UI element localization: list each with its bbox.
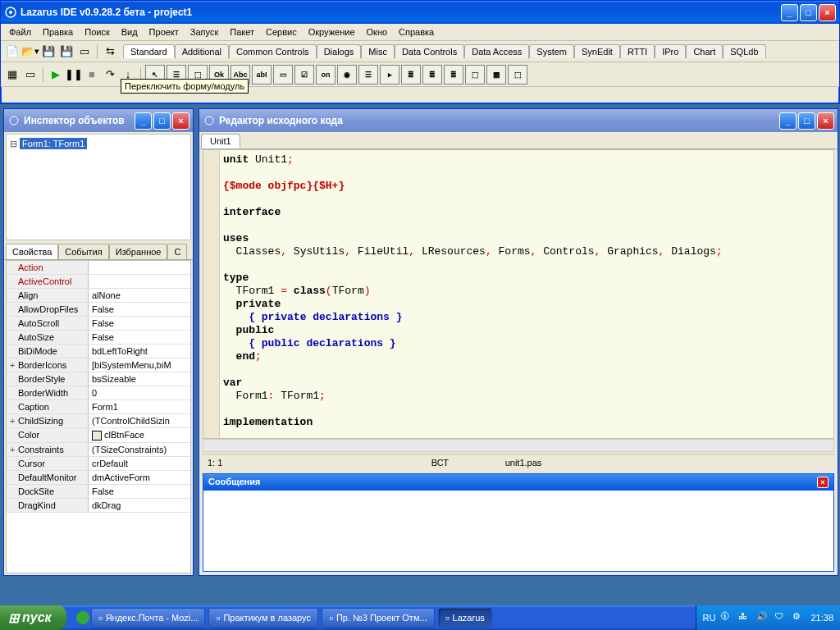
- stop-icon[interactable]: ■: [84, 66, 100, 83]
- component-14[interactable]: ≣: [444, 65, 463, 84]
- component-12[interactable]: ≣: [401, 65, 421, 84]
- network-icon[interactable]: 🖧: [738, 611, 751, 624]
- maximize-button[interactable]: □: [800, 4, 817, 21]
- step-over-icon[interactable]: ↷: [102, 66, 118, 83]
- units-icon[interactable]: ▦: [4, 66, 21, 83]
- menu-Вид[interactable]: Вид: [116, 25, 143, 39]
- file-tab-unit1[interactable]: Unit1: [201, 134, 240, 148]
- component-6[interactable]: ▭: [273, 65, 293, 84]
- palette-tab-SynEdit[interactable]: SynEdit: [574, 44, 620, 58]
- menu-Сервис[interactable]: Сервис: [261, 25, 302, 39]
- menu-Пакет[interactable]: Пакет: [225, 25, 259, 39]
- menu-Окно[interactable]: Окно: [362, 25, 393, 39]
- property-row[interactable]: +ChildSizing(TControlChildSizin: [7, 414, 190, 428]
- property-row[interactable]: Action: [7, 261, 190, 275]
- menu-Справка[interactable]: Справка: [394, 25, 439, 39]
- component-11[interactable]: ▸: [380, 65, 399, 84]
- component-17[interactable]: ⬚: [508, 65, 527, 84]
- property-row[interactable]: CursorcrDefault: [7, 457, 190, 471]
- property-row[interactable]: CaptionForm1: [7, 400, 190, 414]
- component-9[interactable]: ◉: [337, 65, 357, 84]
- palette-tab-Common Controls[interactable]: Common Controls: [229, 44, 317, 58]
- forms-icon[interactable]: ▭: [22, 66, 39, 83]
- menu-Проект[interactable]: Проект: [144, 25, 184, 39]
- volume-icon[interactable]: 🔊: [756, 611, 769, 624]
- close-button[interactable]: ×: [817, 112, 834, 130]
- palette-tab-Chart[interactable]: Chart: [686, 44, 723, 58]
- palette-tab-Standard[interactable]: Standard: [123, 44, 175, 58]
- taskbar-item[interactable]: ▫Практикум в лазарус: [208, 608, 318, 628]
- menu-Запуск[interactable]: Запуск: [185, 25, 223, 39]
- toggle-form-unit-icon[interactable]: ⇆: [102, 43, 118, 60]
- maximize-button[interactable]: □: [153, 112, 171, 130]
- property-row[interactable]: DragKinddkDrag: [7, 499, 190, 513]
- utorrent-icon[interactable]: [76, 611, 89, 624]
- code-editor[interactable]: unit Unit1; {$mode objfpc}{$H+} interfac…: [203, 149, 834, 439]
- property-row[interactable]: DefaultMonitordmActiveForm: [7, 471, 190, 485]
- prop-tab-С[interactable]: С: [167, 244, 187, 259]
- palette-tab-Additional[interactable]: Additional: [175, 44, 229, 58]
- property-row[interactable]: AutoSizeFalse: [7, 331, 190, 345]
- prop-tab-Избранное[interactable]: Избранное: [109, 244, 168, 259]
- palette-tab-Misc[interactable]: Misc: [361, 44, 395, 58]
- menu-Поиск[interactable]: Поиск: [80, 25, 114, 39]
- property-row[interactable]: ActiveControl: [7, 275, 190, 289]
- component-7[interactable]: ☑: [294, 65, 314, 84]
- component-10[interactable]: ☰: [358, 65, 378, 84]
- palette-tab-SQLdb[interactable]: SQLdb: [723, 44, 765, 58]
- menu-Окружение[interactable]: Окружение: [304, 25, 360, 39]
- close-button[interactable]: ×: [172, 112, 189, 130]
- prop-tab-Свойства[interactable]: Свойства: [6, 244, 58, 259]
- property-row[interactable]: BorderWidth0: [7, 386, 190, 400]
- property-row[interactable]: +Constraints(TSizeConstraints): [7, 443, 190, 457]
- taskbar-item[interactable]: ▫Lazarus: [438, 608, 492, 628]
- component-tree[interactable]: ⊟ Form1: TForm1: [6, 134, 191, 240]
- run-icon[interactable]: ▶: [48, 66, 64, 83]
- inspector-titlebar[interactable]: Инспектор объектов _ □ ×: [4, 109, 193, 132]
- language-indicator[interactable]: RU: [703, 613, 716, 623]
- minimize-button[interactable]: _: [779, 112, 797, 130]
- property-row[interactable]: +BorderIcons[biSystemMenu,biM: [7, 358, 190, 372]
- property-row[interactable]: AutoScrollFalse: [7, 317, 190, 331]
- save-icon[interactable]: 💾: [40, 43, 57, 60]
- property-row[interactable]: BiDiModebdLeftToRight: [7, 345, 190, 358]
- ide-titlebar[interactable]: Lazarus IDE v0.9.28.2 бета - project1 _ …: [1, 1, 839, 24]
- palette-tab-Data Controls[interactable]: Data Controls: [395, 44, 464, 58]
- shield-icon[interactable]: 🛡: [774, 611, 788, 624]
- open-icon[interactable]: 📂▾: [22, 43, 39, 60]
- tree-selected-item[interactable]: Form1: TForm1: [20, 138, 87, 149]
- messages-body[interactable]: [203, 491, 833, 571]
- palette-tab-Dialogs[interactable]: Dialogs: [317, 44, 362, 58]
- minimize-button[interactable]: _: [781, 4, 798, 21]
- palette-tab-RTTI[interactable]: RTTI: [620, 44, 655, 58]
- component-16[interactable]: ▦: [486, 65, 506, 84]
- new-form-icon[interactable]: ▭: [76, 43, 93, 60]
- editor-titlebar[interactable]: Редактор исходного кода _ □ ×: [199, 109, 838, 132]
- property-row[interactable]: BorderStylebsSizeable: [7, 372, 190, 386]
- clock[interactable]: 21:38: [810, 613, 833, 623]
- menu-Правка[interactable]: Правка: [38, 25, 78, 39]
- palette-tab-IPro[interactable]: IPro: [655, 44, 686, 58]
- prop-tab-События[interactable]: События: [58, 244, 108, 259]
- component-8[interactable]: on: [316, 65, 336, 84]
- taskbar-item[interactable]: ▫Пр. №3 Проект Отм...: [322, 608, 435, 628]
- maximize-button[interactable]: □: [798, 112, 815, 130]
- save-all-icon[interactable]: 💾: [58, 43, 75, 60]
- taskbar-item[interactable]: ▫Яндекс.Почта - Mozi...: [91, 608, 206, 628]
- property-row[interactable]: DockSiteFalse: [7, 485, 190, 499]
- component-15[interactable]: ⬚: [465, 65, 485, 84]
- property-row[interactable]: AlignalNone: [7, 289, 190, 303]
- tray-icon[interactable]: ⚙: [792, 611, 806, 624]
- menu-Файл[interactable]: Файл: [4, 25, 36, 39]
- new-unit-icon[interactable]: 📄: [4, 43, 21, 60]
- property-row[interactable]: AllowDropFilesFalse: [7, 303, 190, 317]
- palette-tab-System[interactable]: System: [529, 44, 574, 58]
- property-row[interactable]: ColorclBtnFace: [7, 428, 190, 443]
- palette-tab-Data Access[interactable]: Data Access: [464, 44, 529, 58]
- tray-icon[interactable]: 🛈: [720, 611, 733, 624]
- close-button[interactable]: ×: [819, 4, 836, 21]
- component-5[interactable]: abI: [252, 65, 272, 84]
- property-grid[interactable]: ActionActiveControlAlignalNoneAllowDropF…: [6, 260, 191, 573]
- pause-icon[interactable]: ❚❚: [66, 66, 82, 83]
- start-button[interactable]: ⊞пуск: [0, 605, 66, 630]
